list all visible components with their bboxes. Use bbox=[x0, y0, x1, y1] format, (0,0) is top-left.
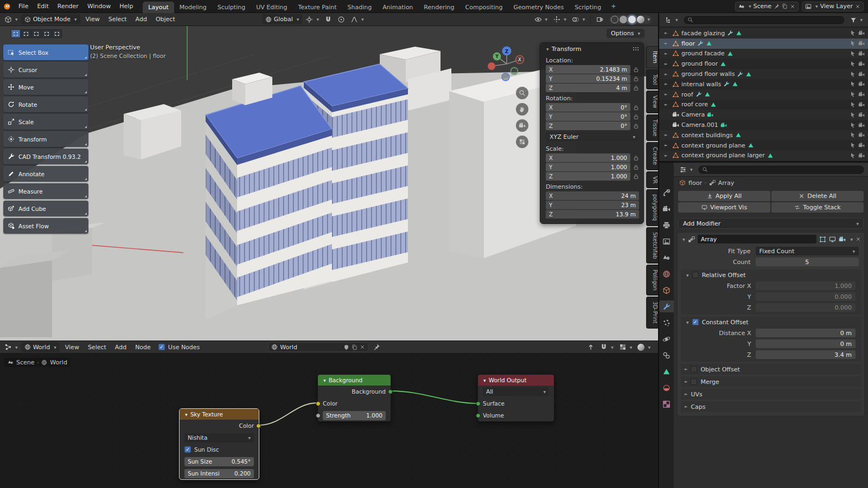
editor-type-button[interactable]: ▼ bbox=[2, 342, 20, 352]
chevron-down-icon[interactable]: ▼ bbox=[686, 320, 689, 324]
modifier-name-field[interactable]: Array bbox=[698, 235, 817, 243]
scale-field[interactable]: Z 1.000 bbox=[546, 172, 630, 181]
camera-view-button[interactable] bbox=[516, 119, 528, 132]
shader-menu[interactable]: Add bbox=[111, 341, 131, 354]
object-name[interactable]: Camera.001 bbox=[681, 121, 718, 129]
topbar-menu[interactable]: Render bbox=[53, 0, 83, 12]
sidebar-tab[interactable]: Tissue bbox=[646, 114, 658, 142]
panel-drag-handle[interactable] bbox=[633, 47, 639, 51]
sidebar-tab[interactable]: Poliigon bbox=[646, 265, 658, 296]
pin-icon[interactable] bbox=[373, 343, 380, 351]
object-name[interactable]: Camera bbox=[681, 111, 705, 118]
sidebar-tab[interactable]: Create bbox=[646, 142, 658, 170]
mode-dropdown[interactable]: Object Mode ▼ bbox=[21, 14, 80, 24]
modifier-tool-button[interactable]: Apply All bbox=[678, 191, 770, 201]
scale-field[interactable]: X 1.000 bbox=[546, 153, 630, 162]
chevron-down-icon[interactable]: ▼ bbox=[686, 273, 689, 277]
editor-type-button[interactable]: ▼ bbox=[2, 15, 20, 24]
select-mode-intersect[interactable] bbox=[52, 29, 62, 38]
render-visibility-toggle-icon[interactable] bbox=[858, 71, 865, 78]
outliner-row[interactable]: ► roof bbox=[659, 89, 868, 100]
use-nodes-checkbox[interactable]: ✓ Use Nodes bbox=[156, 344, 202, 351]
node-canvas[interactable]: Scene › World ▼ Sky Texture Color Nishit… bbox=[0, 354, 658, 488]
expand-arrow-icon[interactable]: ► bbox=[665, 153, 670, 158]
render-visibility-toggle-icon[interactable] bbox=[858, 81, 865, 87]
node-preview-dropdown[interactable]: ▼ bbox=[635, 343, 653, 352]
selectable-toggle-icon[interactable] bbox=[850, 112, 856, 118]
collapsed-subpanel[interactable]: ► Merge bbox=[681, 376, 861, 387]
rotation-mode-dropdown[interactable]: XYZ Euler ▼ bbox=[546, 132, 639, 142]
properties-tab[interactable] bbox=[659, 235, 674, 247]
object-name[interactable]: facade glazing bbox=[681, 30, 725, 37]
view-layer-selector[interactable]: ▼ View Layer bbox=[802, 2, 864, 11]
zoom-button[interactable] bbox=[516, 87, 528, 99]
workspace-tab[interactable]: Geometry Nodes bbox=[508, 2, 569, 13]
selectable-toggle-icon[interactable] bbox=[850, 101, 856, 108]
proportional-edit-toggle[interactable] bbox=[335, 15, 347, 24]
selectable-toggle-icon[interactable] bbox=[850, 61, 856, 67]
tool-button[interactable]: Asset Flow bbox=[3, 218, 88, 234]
dimension-field[interactable]: Y 23 m bbox=[546, 201, 639, 209]
expand-arrow-icon[interactable]: ► bbox=[665, 52, 670, 56]
lock-icon[interactable] bbox=[633, 155, 639, 161]
workspace-tab[interactable]: Texture Paint bbox=[293, 2, 342, 13]
editor-type-button[interactable]: ▼ bbox=[677, 165, 695, 175]
shader-type-dropdown[interactable]: World ▼ bbox=[21, 342, 60, 352]
dimension-field[interactable]: X 24 m bbox=[546, 191, 639, 200]
expand-arrow-icon[interactable]: ► bbox=[665, 143, 670, 147]
object-name[interactable]: context ground plane bbox=[681, 142, 745, 149]
target-dropdown[interactable]: All ▼ bbox=[483, 387, 549, 396]
object-name[interactable]: ground floor bbox=[681, 60, 718, 67]
render-visibility-toggle-icon[interactable] bbox=[858, 30, 865, 36]
properties-tab[interactable] bbox=[659, 382, 674, 394]
sky-texture-node[interactable]: ▼ Sky Texture Color Nishita ▼ ✓ Sun Disc… bbox=[179, 408, 259, 480]
expand-arrow-icon[interactable]: ► bbox=[665, 72, 670, 76]
workspace-tab[interactable]: Shading bbox=[342, 2, 378, 13]
realtime-display-toggle-icon[interactable] bbox=[829, 236, 836, 243]
workspace-tab[interactable]: Layout bbox=[143, 2, 174, 13]
collapse-icon[interactable]: ▼ bbox=[323, 378, 326, 382]
close-icon[interactable] bbox=[790, 4, 795, 9]
overlays-dropdown[interactable]: ▼ bbox=[570, 15, 588, 24]
tool-button[interactable]: Cursor bbox=[3, 62, 88, 78]
lock-icon[interactable] bbox=[633, 123, 639, 129]
xray-toggle[interactable] bbox=[594, 15, 606, 24]
blender-logo-icon[interactable] bbox=[3, 3, 11, 10]
workspace-tab[interactable]: Scripting bbox=[569, 2, 607, 13]
sidebar-tab[interactable]: Item bbox=[646, 46, 658, 68]
viewport-menu[interactable]: Object bbox=[151, 13, 180, 25]
lock-icon[interactable] bbox=[633, 85, 639, 91]
distance-field[interactable]: 0 m bbox=[756, 339, 856, 348]
properties-tab[interactable] bbox=[659, 187, 674, 198]
sun-intensity-slider[interactable]: Sun Intensi 0.200 bbox=[184, 469, 254, 478]
subpanel-checkbox[interactable] bbox=[691, 366, 697, 373]
unlink-icon[interactable] bbox=[360, 344, 365, 350]
outliner-row[interactable]: ► facade glazing bbox=[659, 28, 868, 38]
location-field[interactable]: X 2.1483 m bbox=[546, 65, 630, 74]
render-visibility-toggle-icon[interactable] bbox=[858, 112, 865, 118]
location-field[interactable]: Z 4 m bbox=[546, 84, 630, 92]
properties-tab[interactable] bbox=[659, 398, 674, 410]
factor-field[interactable]: 0.000 bbox=[756, 292, 856, 301]
properties-tab[interactable] bbox=[659, 365, 674, 377]
tool-options-button[interactable]: Options ▼ bbox=[607, 29, 644, 38]
selectable-toggle-icon[interactable] bbox=[850, 132, 856, 138]
properties-tab[interactable] bbox=[659, 317, 674, 329]
properties-tab[interactable] bbox=[659, 203, 674, 215]
render-visibility-toggle-icon[interactable] bbox=[858, 40, 865, 47]
falloff-dropdown[interactable]: ▼ bbox=[348, 15, 366, 24]
collapsed-subpanel[interactable]: ► Object Offset bbox=[681, 364, 861, 375]
snap-target-button[interactable]: ▼ bbox=[303, 15, 321, 24]
tool-button[interactable]: Add Cube bbox=[3, 201, 88, 216]
render-visibility-toggle-icon[interactable] bbox=[858, 91, 865, 98]
breadcrumb-modifier[interactable]: Array bbox=[718, 179, 735, 187]
surface-input-socket[interactable] bbox=[476, 401, 481, 406]
rendered-shading-button[interactable] bbox=[637, 16, 644, 23]
ortho-toggle-button[interactable] bbox=[516, 136, 528, 148]
distance-field[interactable]: 3.4 m bbox=[756, 350, 856, 359]
object-name[interactable]: ground floor walls bbox=[681, 70, 735, 78]
relative-offset-checkbox[interactable] bbox=[692, 272, 699, 278]
edit-mode-toggle-icon[interactable] bbox=[819, 236, 826, 243]
snap-toggle[interactable] bbox=[322, 15, 334, 24]
node-grid-dropdown[interactable]: ▼ bbox=[617, 342, 635, 352]
